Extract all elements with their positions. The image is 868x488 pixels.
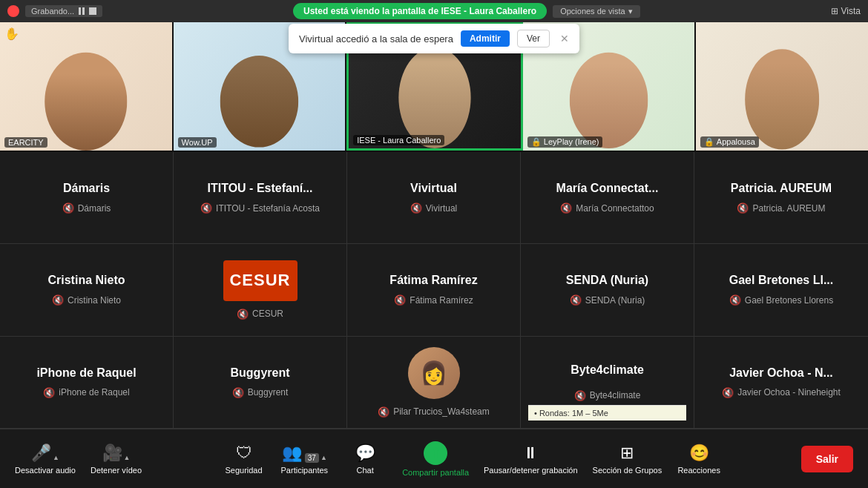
chevron-down-icon: ▾: [628, 7, 633, 16]
participant-status-row: 🔇 Fátima Ramírez: [394, 294, 473, 306]
participants-label: Participantes: [281, 466, 329, 475]
participant-name: Byte4climate: [571, 363, 644, 377]
view-button[interactable]: Ver: [517, 30, 550, 47]
participant-sub-label: SENDA (Nuria): [585, 295, 645, 306]
participant-sub-label: Vivirtual: [426, 203, 457, 214]
participant-name: Dámaris: [63, 182, 110, 195]
mic-muted-icon: 🔇: [574, 390, 586, 401]
participant-name: Buggyrent: [231, 366, 290, 380]
participant-status-row: 🔇 Pilar Trucios_Wa4steam: [378, 406, 490, 418]
participant-status-row: 🔇 Gael Bretones Llorens: [729, 294, 833, 306]
toolbar: 🎤 ▲ Desactivar audio 🎥 ▲ Detener vídeo 🛡…: [0, 429, 868, 488]
top-bar-right: ⊞ Vista: [831, 6, 861, 16]
exit-button[interactable]: Salir: [801, 446, 853, 472]
participant-cell-buggyrent[interactable]: Buggyrent 🔇 Buggyrent: [174, 337, 347, 429]
participant-name: Vivirtual: [410, 182, 457, 195]
notes-text: • Rondas: 1M – 5Me: [534, 409, 608, 418]
participant-cell-maria[interactable]: María Connectat... 🔇 María Connectattoo: [521, 152, 694, 244]
top-bar-left: Grabando...: [7, 5, 102, 17]
mic-muted-icon: 🔇: [729, 294, 741, 306]
reactions-button[interactable]: 😊 Reacciones: [677, 444, 721, 475]
participant-cell-pilar[interactable]: 👩 🔇 Pilar Trucios_Wa4steam: [347, 337, 521, 429]
mic-muted-icon: 🔇: [62, 202, 74, 214]
view-options-button[interactable]: Opciones de vista ▾: [553, 5, 640, 18]
participant-cell-patricia[interactable]: Patricia. AUREUM 🔇 Patricia. AUREUM: [694, 152, 868, 244]
mute-label: Desactivar audio: [15, 466, 76, 475]
video-label-appalousa: 🔒 Appalousa: [700, 136, 758, 148]
recording-label: Grabando...: [31, 7, 74, 16]
participants-chevron-icon[interactable]: ▲: [320, 454, 327, 461]
participant-cell-vivirtual[interactable]: Vivirtual 🔇 Vivirtual: [347, 152, 521, 244]
person-appalousa: [731, 42, 834, 151]
participant-cell-gael[interactable]: Gael Bretones Ll... 🔇 Gael Bretones Llor…: [694, 244, 868, 336]
participant-sub-label: ITITOU - Estefanía Acosta: [216, 203, 320, 214]
participant-name: Fátima Ramírez: [389, 274, 477, 287]
cesur-logo: CESUR: [223, 260, 297, 301]
stop-icon[interactable]: [89, 7, 96, 15]
pause-icon[interactable]: [79, 7, 85, 15]
participant-name: SENDA (Nuria): [566, 274, 648, 287]
grid-icon: ⊞: [831, 6, 838, 16]
participant-sub-label: Byte4climate: [590, 390, 641, 400]
reactions-icon: 😊: [689, 444, 709, 463]
security-label: Seguridad: [225, 466, 262, 475]
mic-muted-icon: 🔇: [722, 387, 734, 398]
video-cell-appalousa[interactable]: 🔒 Appalousa: [696, 22, 868, 151]
mic-chevron-icon[interactable]: ▲: [53, 454, 59, 461]
cesur-logo-text: CESUR: [229, 271, 290, 290]
person-leyplay: [557, 42, 660, 151]
participant-sub-label: Fátima Ramírez: [410, 295, 473, 306]
breakout-button[interactable]: ⊞ Sección de Grupos: [593, 444, 662, 475]
share-screen-button[interactable]: ⬆ Compartir pantalla: [402, 441, 469, 477]
participant-sub-label: Pilar Trucios_Wa4steam: [393, 406, 490, 417]
mic-icon: 🎤: [31, 444, 51, 463]
participant-sub-label: Patricia. AUREUM: [752, 203, 825, 214]
participant-cell-iphone[interactable]: iPhone de Raquel 🔇 iPhone de Raquel: [0, 337, 174, 429]
participant-status-row: 🔇 Cristina Nieto: [52, 294, 121, 306]
participant-sub-label: Javier Ochoa - Nineheight: [737, 387, 841, 398]
breakout-icon: ⊞: [620, 444, 634, 463]
participant-status-row: 🔇 SENDA (Nuria): [570, 294, 645, 306]
admit-button[interactable]: Admitir: [461, 30, 510, 47]
toolbar-center-group: 🛡 Seguridad 👥 37 ▲ Participantes 💬 Chat …: [222, 441, 722, 477]
participant-name: Patricia. AUREUM: [731, 182, 832, 195]
mic-muted-icon: 🔇: [43, 387, 55, 398]
mic-muted-icon: 🔇: [237, 309, 249, 320]
security-button[interactable]: 🛡 Seguridad: [222, 444, 266, 475]
participant-name: María Connectat...: [556, 182, 659, 195]
mute-button[interactable]: 🎤 ▲ Desactivar audio: [15, 444, 76, 475]
participant-name: Gael Bretones Ll...: [729, 274, 833, 287]
share-label: Compartir pantalla: [402, 468, 469, 477]
participant-sub-label: Dámaris: [78, 203, 111, 214]
video-cell-earcity[interactable]: ✋ EARCITY: [0, 22, 174, 151]
chat-icon: 💬: [355, 444, 375, 463]
camera-chevron-icon[interactable]: ▲: [124, 454, 131, 461]
mic-muted-icon: 🔇: [52, 294, 64, 306]
record-label: Pausar/detener grabación: [484, 466, 578, 475]
chat-button[interactable]: 💬 Chat: [343, 444, 387, 475]
record-button[interactable]: ⏸ Pausar/detener grabación: [484, 444, 578, 475]
view-options-label: Opciones de vista: [560, 7, 625, 16]
participant-status-row: 🔇 Buggyrent: [232, 387, 289, 398]
close-notification-icon[interactable]: ✕: [560, 33, 569, 44]
mic-muted-icon: 🔇: [394, 294, 406, 306]
person-iese: [384, 43, 487, 148]
vista-label: Vista: [841, 6, 861, 16]
video-button[interactable]: 🎥 ▲ Detener vídeo: [91, 444, 142, 475]
participant-cell-damaris[interactable]: Dámaris 🔇 Dámaris: [0, 152, 174, 244]
participant-cell-fatima[interactable]: Fátima Ramírez 🔇 Fátima Ramírez: [347, 244, 521, 336]
participant-cell-ititou[interactable]: ITITOU - Estefaní... 🔇 ITITOU - Estefaní…: [174, 152, 347, 244]
participant-status-row: 🔇 ITITOU - Estefanía Acosta: [200, 202, 320, 214]
participants-button[interactable]: 👥 37 ▲ Participantes: [281, 444, 329, 475]
participants-icon: 👥: [282, 444, 302, 463]
participant-cell-javier[interactable]: Javier Ochoa - N... 🔇 Javier Ochoa - Nin…: [694, 337, 868, 429]
participant-cell-cesur[interactable]: CESUR 🔇 CESUR: [174, 244, 347, 336]
participant-cell-cristina[interactable]: Cristina Nieto 🔇 Cristina Nieto: [0, 244, 174, 336]
participant-cell-senda[interactable]: SENDA (Nuria) 🔇 SENDA (Nuria): [521, 244, 694, 336]
mic-muted-icon: 🔇: [560, 202, 572, 214]
participant-cell-byte4climate[interactable]: Byte4climate 🔇 Byte4climate • Rondas: 1M…: [521, 337, 694, 429]
top-bar: Grabando... Usted está viendo la pantall…: [0, 0, 868, 22]
reactions-label: Reacciones: [677, 466, 720, 475]
mic-muted-icon: 🔇: [378, 406, 389, 418]
video-label-earcity: EARCITY: [4, 137, 47, 148]
